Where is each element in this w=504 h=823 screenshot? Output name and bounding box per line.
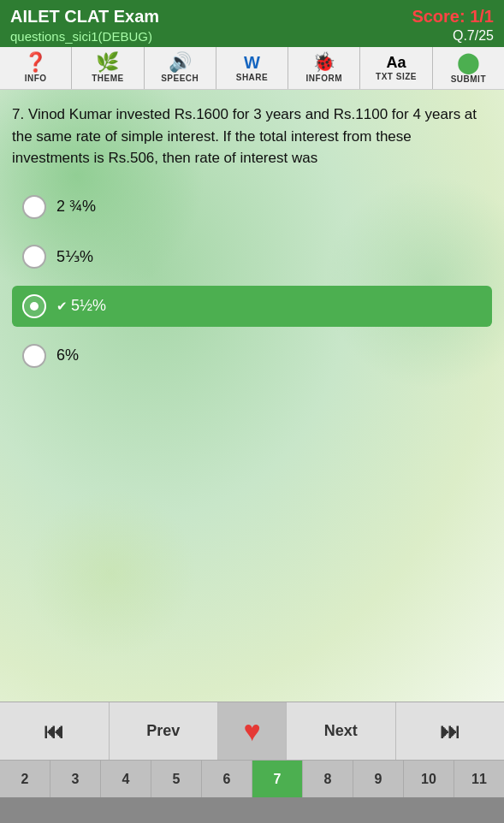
submit-label: SUBMIT — [451, 74, 486, 84]
content-area: 7. Vinod Kumar invested Rs.1600 for 3 ye… — [0, 90, 504, 702]
inform-label: INFORM — [306, 74, 342, 83]
option-a-radio — [22, 195, 46, 219]
checkmark-icon: ✔ — [56, 299, 68, 314]
qnum-2[interactable]: 2 — [0, 761, 50, 797]
app-title: AILET CLAT Exam — [10, 7, 159, 27]
inform-button[interactable]: 🐞 INFORM — [288, 47, 360, 89]
info-label: INFO — [25, 74, 47, 83]
qnum-6[interactable]: 6 — [202, 761, 252, 797]
debug-label: questions_sici1(DEBUG) — [10, 29, 152, 44]
last-icon: ⏭ — [440, 719, 460, 743]
speech-label: SPEECH — [161, 74, 199, 83]
header-sub: questions_sici1(DEBUG) Q.7/25 — [10, 28, 494, 44]
question-number-header: Q.7/25 — [453, 28, 494, 44]
qnum-9[interactable]: 9 — [353, 761, 404, 797]
speech-icon: 🔊 — [169, 53, 192, 72]
theme-button[interactable]: 🌿 THEME — [72, 47, 144, 89]
option-b-radio — [22, 245, 46, 269]
info-button[interactable]: ❓ INFO — [0, 47, 72, 89]
next-button[interactable]: Next — [287, 702, 396, 760]
submit-button[interactable]: ⬤ SUBMIT — [433, 47, 504, 89]
option-d[interactable]: 6% — [12, 335, 492, 376]
option-b-text: 5⅓% — [56, 247, 93, 266]
next-label: Next — [324, 722, 358, 740]
option-a-text: 2 ¾% — [56, 198, 96, 216]
option-a[interactable]: 2 ¾% — [12, 187, 492, 228]
first-icon: ⏮ — [44, 719, 64, 743]
txtsize-button[interactable]: Aa TXT SIZE — [360, 47, 432, 89]
radio-dot — [30, 302, 39, 311]
qnum-4[interactable]: 4 — [101, 761, 151, 797]
qnum-3[interactable]: 3 — [50, 761, 101, 797]
share-button[interactable]: W SHARE — [216, 47, 288, 89]
heart-icon: ♥ — [243, 714, 260, 748]
prev-label: Prev — [146, 722, 180, 740]
qnum-5[interactable]: 5 — [151, 761, 202, 797]
header: AILET CLAT Exam Score: 1/1 questions_sic… — [0, 0, 504, 47]
first-button[interactable]: ⏮ — [0, 702, 110, 760]
question-number-strip: 2 3 4 5 6 7 8 9 10 11 — [0, 760, 504, 797]
theme-icon: 🌿 — [96, 53, 119, 72]
bottom-nav: ⏮ Prev ♥ Next ⏭ — [0, 702, 504, 760]
question-text: 7. Vinod Kumar invested Rs.1600 for 3 ye… — [12, 104, 492, 169]
score-display: Score: 1/1 — [412, 7, 494, 27]
question-body: Vinod Kumar invested Rs.1600 for 3 years… — [12, 106, 477, 166]
option-b[interactable]: 5⅓% — [12, 236, 492, 277]
qnum-11[interactable]: 11 — [454, 761, 504, 797]
prev-button[interactable]: Prev — [110, 702, 219, 760]
status-bar — [0, 797, 504, 823]
speech-button[interactable]: 🔊 SPEECH — [145, 47, 216, 89]
header-top: AILET CLAT Exam Score: 1/1 — [10, 7, 494, 27]
qnum-8[interactable]: 8 — [303, 761, 353, 797]
toolbar: ❓ INFO 🌿 THEME 🔊 SPEECH W SHARE 🐞 INFORM… — [0, 47, 504, 90]
option-c-radio — [22, 294, 46, 318]
last-button[interactable]: ⏭ — [396, 702, 505, 760]
info-icon: ❓ — [24, 53, 47, 72]
share-icon: W — [244, 54, 260, 71]
app-container: AILET CLAT Exam Score: 1/1 questions_sic… — [0, 0, 504, 823]
submit-icon: ⬤ — [457, 52, 480, 73]
option-d-text: 6% — [56, 346, 79, 364]
bug-icon: 🐞 — [312, 53, 335, 72]
option-c[interactable]: ✔ 5½% — [12, 286, 492, 327]
question-number: 7. — [12, 106, 28, 122]
heart-button[interactable]: ♥ — [218, 702, 287, 760]
txtsize-label: TXT SIZE — [376, 72, 417, 81]
bg-circle-3 — [26, 488, 197, 659]
option-c-text: 5½% — [71, 297, 106, 315]
theme-label: THEME — [92, 74, 124, 83]
txtsize-icon: Aa — [387, 55, 406, 70]
qnum-7[interactable]: 7 — [252, 761, 303, 797]
share-label: SHARE — [236, 73, 269, 82]
content-inner: 7. Vinod Kumar invested Rs.1600 for 3 ye… — [0, 90, 504, 399]
qnum-10[interactable]: 10 — [404, 761, 454, 797]
option-d-radio — [22, 344, 46, 368]
